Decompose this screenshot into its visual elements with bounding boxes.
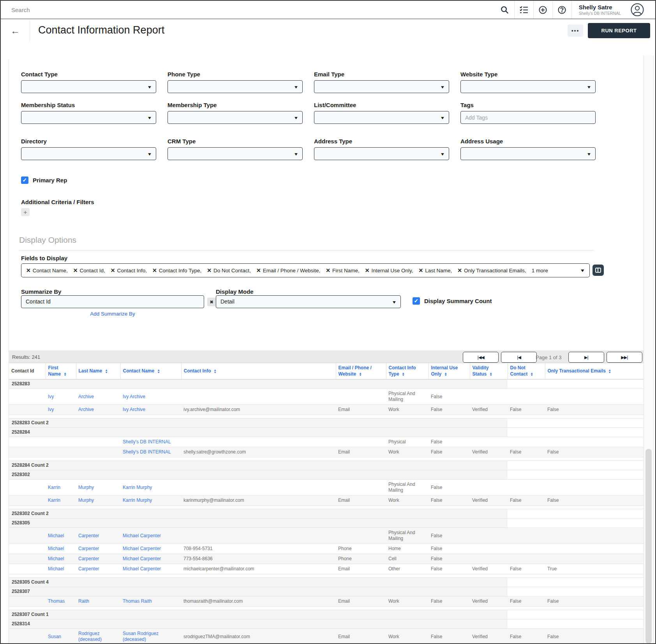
fields-to-display-multiselect[interactable]: ✕Contact Name,✕Contact Id,✕Contact Info,…: [21, 263, 590, 277]
remove-chip-icon[interactable]: ✕: [457, 267, 462, 273]
column-header-validity-status[interactable]: Validity Status ▲▼: [470, 363, 508, 379]
remove-chip-icon[interactable]: ✕: [419, 267, 423, 273]
cell-contact-name-link[interactable]: Karrin Murphy: [123, 498, 152, 503]
page-title: Contact Information Report: [38, 24, 164, 36]
cell-last-name-link[interactable]: Raith: [78, 598, 89, 604]
first-page-button[interactable]: |◀◀: [463, 352, 499, 363]
column-header-contact-info-type[interactable]: Contact Info Type ▲▼: [386, 363, 429, 379]
cell-last-name-link[interactable]: Murphy: [78, 485, 94, 490]
search-icon[interactable]: [495, 1, 514, 19]
remove-chip-icon[interactable]: ✕: [207, 267, 212, 273]
cell-first-name-link[interactable]: Karrin: [48, 498, 60, 503]
filter-select-6[interactable]: ▼: [314, 111, 449, 124]
cell-first-name-link[interactable]: Michael: [48, 556, 64, 561]
cell-first-name-link[interactable]: Karrin: [48, 485, 60, 490]
sort-icon: ▲▼: [531, 372, 533, 376]
cell-first-name-link[interactable]: Michael: [48, 533, 64, 538]
cell-contact-name-link[interactable]: Thomas Raith: [123, 598, 152, 604]
cell-contact-name-link[interactable]: Ivy Archive: [123, 407, 145, 412]
column-header-first-name[interactable]: First Name ▲▼: [46, 363, 76, 379]
cell-contact-info: ivy.archive@mailinator.com: [181, 405, 336, 415]
cell-contact-name-link[interactable]: Susan Rodriguez (deceased): [123, 631, 159, 642]
display-options-heading: Display Options: [19, 235, 76, 245]
column-header-contact-name[interactable]: Contact Name ▲▼: [120, 363, 181, 379]
cell-contact-name-link[interactable]: Michael Carpenter: [123, 556, 161, 561]
add-summarize-by-link[interactable]: Add Summarize By: [21, 311, 204, 317]
cell-contact-name-link[interactable]: Shelly's DB INTERNAL: [123, 439, 171, 445]
cell-contact-name-link[interactable]: Ivy Archive: [123, 394, 145, 399]
remove-chip-icon[interactable]: ✕: [152, 267, 157, 273]
column-header-contact-info[interactable]: Contact Info ▲▼: [181, 363, 336, 379]
cell-contact-name-link[interactable]: Michael Carpenter: [123, 566, 161, 572]
column-header-last-name[interactable]: Last Name ▲▼: [76, 363, 120, 379]
field-chip: ✕Contact Info Type,: [152, 267, 201, 273]
filter-select-5[interactable]: ▼: [168, 111, 303, 124]
column-header-only-transactional-emails[interactable]: Only Transactional Emails ▲▼: [545, 363, 644, 379]
previous-page-button[interactable]: |◀: [501, 352, 537, 363]
remove-chip-icon[interactable]: ✕: [26, 267, 31, 273]
add-criteria-button[interactable]: +: [21, 208, 30, 216]
help-icon[interactable]: [552, 1, 571, 19]
cell-first-name-link[interactable]: Ivy: [48, 407, 54, 412]
column-header-do-not-contact[interactable]: Do Not Contact ▲▼: [508, 363, 545, 379]
cell-last-name-link[interactable]: Murphy: [78, 498, 94, 503]
user-menu[interactable]: Shelly Satre Shelly's DB INTERNAL: [571, 1, 628, 19]
cell-last-name-link[interactable]: Carpenter: [78, 566, 99, 572]
remove-chip-icon[interactable]: ✕: [111, 267, 115, 273]
display-summary-count-checkbox[interactable]: [413, 297, 420, 305]
run-report-button[interactable]: RUN REPORT: [588, 23, 650, 38]
filter-select-3[interactable]: ▼: [460, 80, 596, 93]
filter-select-8[interactable]: ▼: [21, 147, 156, 160]
cell-first-name-link[interactable]: Ivy: [48, 394, 54, 399]
summarize-by-field[interactable]: Contact Id: [21, 295, 204, 308]
scrollbar-thumb[interactable]: [645, 449, 652, 644]
filter-select-1[interactable]: ▼: [168, 80, 303, 93]
field-chip: ✕First Name,: [326, 267, 360, 273]
filter-select-9[interactable]: ▼: [168, 147, 303, 160]
filter-select-10[interactable]: ▼: [314, 147, 449, 160]
checklist-icon[interactable]: [514, 1, 533, 19]
cell-contact-name-link[interactable]: Karrin Murphy: [123, 485, 152, 490]
filter-select-11[interactable]: ▼: [460, 147, 596, 160]
column-header-email-phone-website[interactable]: Email / Phone / Website ▲▼: [336, 363, 386, 379]
sort-icon: ▲▼: [359, 372, 362, 376]
remove-chip-icon[interactable]: ✕: [73, 267, 78, 273]
cell-last-name-link[interactable]: Archive: [78, 394, 94, 399]
cell-contact-info-type: Physical: [386, 437, 429, 447]
more-options-button[interactable]: •••: [568, 25, 583, 37]
cell-channel: Phone: [336, 544, 386, 554]
cell-contact-name-link[interactable]: Michael Carpenter: [123, 533, 161, 538]
column-layout-button[interactable]: [593, 265, 604, 276]
display-mode-select[interactable]: Detail ▼: [216, 295, 401, 308]
cell-last-name-link[interactable]: Carpenter: [78, 556, 99, 561]
filter-select-4[interactable]: ▼: [21, 111, 156, 124]
search-input[interactable]: [11, 5, 136, 15]
remove-summarize-button[interactable]: ✖: [207, 298, 216, 306]
remove-chip-icon[interactable]: ✕: [256, 267, 261, 273]
cell-last-name-link[interactable]: Rodriguez (deceased): [78, 631, 102, 642]
scrollbar[interactable]: [644, 55, 654, 643]
remove-chip-icon[interactable]: ✕: [365, 267, 370, 273]
report-table-body: 2528283IvyArchiveIvy ArchivePhysical And…: [9, 379, 644, 644]
avatar-icon[interactable]: [630, 3, 644, 17]
filter-select-0[interactable]: ▼: [21, 80, 156, 93]
filter-select-2[interactable]: ▼: [314, 80, 449, 93]
tags-input[interactable]: [460, 111, 596, 124]
last-page-button[interactable]: ▶▶|: [607, 352, 642, 363]
caret-down-icon: ▼: [587, 152, 592, 156]
cell-first-name-link[interactable]: Susan: [48, 634, 61, 639]
cell-contact-name-link[interactable]: Michael Carpenter: [123, 546, 161, 551]
cell-first-name-link[interactable]: Thomas: [48, 598, 65, 604]
column-header-internal-use-only[interactable]: Internal Use Only ▲▼: [429, 363, 470, 379]
next-page-button[interactable]: ▶|: [568, 352, 604, 363]
cell-first-name-link[interactable]: Michael: [48, 566, 64, 572]
cell-last-name-link[interactable]: Carpenter: [78, 546, 99, 551]
add-icon[interactable]: [533, 1, 552, 19]
primary-rep-checkbox[interactable]: [21, 176, 28, 184]
cell-last-name-link[interactable]: Archive: [78, 407, 94, 412]
remove-chip-icon[interactable]: ✕: [326, 267, 330, 273]
back-button[interactable]: ←: [1, 19, 30, 42]
cell-contact-name-link[interactable]: Shelly's DB INTERNAL: [123, 449, 171, 455]
cell-last-name-link[interactable]: Carpenter: [78, 533, 99, 538]
cell-first-name-link[interactable]: Michael: [48, 546, 64, 551]
